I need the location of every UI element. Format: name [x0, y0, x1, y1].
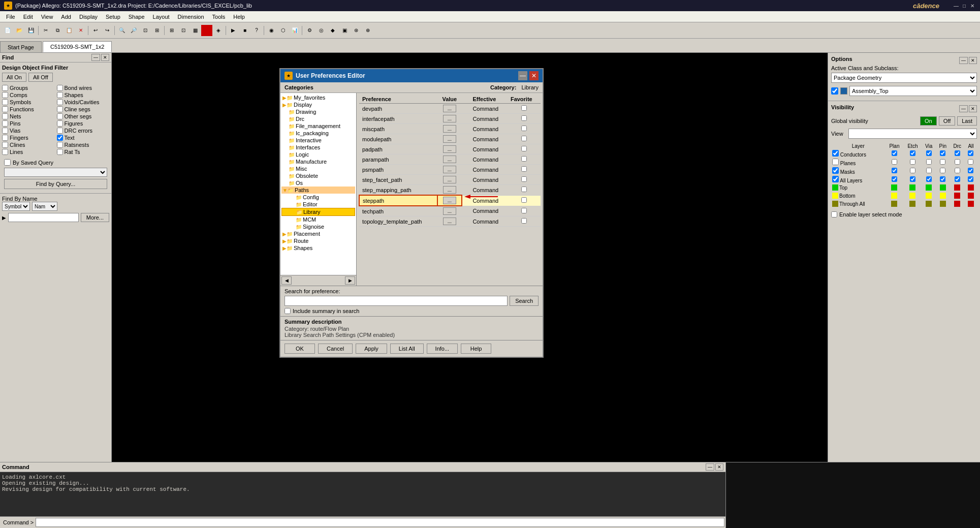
search-input[interactable]	[284, 296, 508, 306]
find-check-groups[interactable]	[2, 85, 8, 91]
cancel-button[interactable]: Cancel	[318, 344, 353, 354]
tb-run[interactable]: ▶	[228, 25, 239, 36]
command-minimize-btn[interactable]: —	[706, 463, 714, 471]
maximize-button[interactable]: □	[961, 2, 968, 9]
tab-start-page[interactable]: Start Page	[0, 41, 42, 52]
menu-layout[interactable]: Layout	[149, 13, 174, 21]
find-check-symbols[interactable]	[2, 99, 8, 105]
tree-scroll-right[interactable]: ▶	[345, 276, 355, 285]
find-item-bondwires[interactable]: Bond wires	[57, 85, 110, 91]
tb-help[interactable]: ?	[251, 25, 262, 36]
find-check-vias[interactable]	[2, 128, 8, 134]
tb-grid[interactable]: ⊞	[166, 25, 177, 36]
find-item-othersegs[interactable]: Other segs	[57, 113, 110, 119]
vis-off-button[interactable]: Off	[939, 116, 955, 126]
tb-design[interactable]: ◈	[213, 25, 224, 36]
find-item-functions[interactable]: Functions	[2, 106, 55, 112]
planes-check[interactable]	[832, 159, 839, 165]
find-panel-close[interactable]: ✕	[101, 54, 109, 61]
tb-extra5[interactable]: ⊛	[351, 25, 362, 36]
masks-pin[interactable]	[940, 168, 945, 173]
pref-fav-check[interactable]	[521, 156, 527, 162]
find-item-shapes[interactable]: Shapes	[57, 92, 110, 98]
pref-value-btn[interactable]: ...	[443, 186, 456, 194]
pref-value-btn[interactable]: ...	[443, 115, 456, 122]
find-item-groups[interactable]: Groups	[2, 85, 55, 91]
all-off-button[interactable]: All Off	[28, 73, 53, 82]
ok-button[interactable]: OK	[284, 344, 315, 354]
pref-fav-check[interactable]	[521, 105, 527, 111]
tb-new[interactable]: 📄	[2, 25, 13, 36]
subclass-check[interactable]	[831, 87, 838, 95]
user-preferences-dialog[interactable]: ★ User Preferences Editor — ✕ Categories…	[279, 68, 544, 358]
pref-value-btn[interactable]: ...	[443, 105, 456, 112]
help-button[interactable]: Help	[461, 344, 491, 354]
tree-shapes[interactable]: ▶📁 Shapes	[281, 244, 355, 252]
masks-all[interactable]	[968, 168, 973, 173]
pref-fav-check[interactable]	[521, 187, 527, 192]
tb-redo[interactable]: ↪	[102, 25, 113, 36]
tree-interactive[interactable]: 📁 Interactive	[281, 137, 355, 144]
tree-obsolete[interactable]: 📁 Obsolete	[281, 172, 355, 179]
pref-value-btn[interactable]: ...	[443, 176, 456, 183]
pref-value-btn[interactable]: ...	[443, 207, 456, 215]
find-item-voids[interactable]: Voids/Cavities	[57, 99, 110, 105]
info-button[interactable]: Info...	[427, 344, 458, 354]
enable-layer-select-check[interactable]	[831, 211, 837, 218]
all-layers-plan[interactable]	[892, 176, 897, 182]
conductors-via[interactable]	[926, 150, 932, 156]
tb-color[interactable]	[201, 25, 212, 36]
command-close-btn[interactable]: ✕	[715, 463, 723, 471]
tree-paths[interactable]: ▼📁 Paths	[281, 187, 355, 194]
conductors-plan[interactable]	[892, 150, 897, 156]
menu-dimension[interactable]: Dimension	[174, 13, 208, 21]
all-layers-check[interactable]	[832, 176, 839, 182]
tree-placement[interactable]: ▶📁 Placement	[281, 230, 355, 237]
find-panel-minimize[interactable]: —	[91, 54, 100, 61]
tree-interfaces[interactable]: 📁 Interfaces	[281, 144, 355, 151]
command-input[interactable]	[36, 518, 724, 527]
conductors-etch[interactable]	[910, 150, 915, 156]
tree-drc[interactable]: 📁 Drc	[281, 115, 355, 122]
options-close-btn[interactable]: ✕	[969, 57, 977, 64]
menu-setup[interactable]: Setup	[102, 13, 124, 21]
vis-on-button[interactable]: On	[920, 116, 937, 126]
saved-query-select[interactable]	[4, 168, 107, 177]
masks-drc[interactable]	[955, 168, 960, 173]
find-item-ratts[interactable]: Rat Ts	[57, 149, 110, 155]
pref-fav-check[interactable]	[521, 115, 527, 121]
tree-os[interactable]: 📁 Os	[281, 179, 355, 187]
tree-misc[interactable]: 📁 Misc	[281, 165, 355, 172]
pref-fav-check[interactable]	[521, 176, 527, 182]
menu-view[interactable]: View	[37, 13, 57, 21]
dialog-minimize-button[interactable]: —	[518, 71, 527, 80]
tree-signoise[interactable]: 📁 Signoise	[281, 223, 355, 230]
masks-via[interactable]	[926, 168, 932, 173]
menu-file[interactable]: File	[2, 13, 19, 21]
pref-value-btn[interactable]: ...	[443, 135, 456, 143]
tb-copy[interactable]: ⧉	[52, 25, 63, 36]
tb-cut[interactable]: ✂	[40, 25, 51, 36]
find-check-text[interactable]	[57, 135, 63, 141]
find-item-nets[interactable]: Nets	[2, 113, 55, 119]
dialog-close-button[interactable]: ✕	[529, 71, 539, 80]
find-name-input[interactable]	[8, 213, 79, 222]
tb-open[interactable]: 📂	[14, 25, 25, 36]
find-check-clinesegs[interactable]	[57, 106, 63, 112]
all-on-button[interactable]: All On	[2, 73, 26, 82]
find-check-functions[interactable]	[2, 106, 8, 112]
find-check-ratsnests[interactable]	[57, 142, 63, 148]
tb-extra2[interactable]: ◎	[315, 25, 327, 36]
find-check-lines[interactable]	[2, 149, 8, 155]
pref-fav-check[interactable]	[521, 136, 527, 141]
close-button[interactable]: ✕	[969, 2, 976, 9]
planes-via[interactable]	[926, 159, 932, 165]
tb-extra4[interactable]: ▣	[339, 25, 350, 36]
tb-extra3[interactable]: ◆	[327, 25, 338, 36]
visibility-close-btn[interactable]: ✕	[969, 105, 977, 112]
all-layers-etch[interactable]	[910, 176, 915, 182]
tb-undo[interactable]: ↩	[90, 25, 101, 36]
menu-tools[interactable]: Tools	[208, 13, 230, 21]
by-saved-query-check[interactable]	[4, 159, 11, 166]
tb-zoom-out[interactable]: 🔎	[128, 25, 139, 36]
